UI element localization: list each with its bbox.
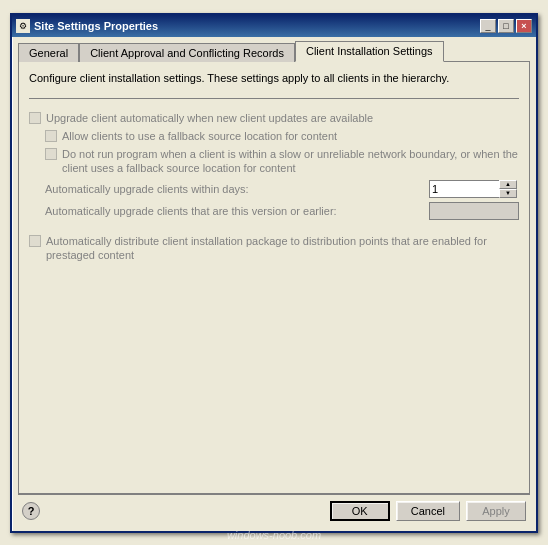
auto-distribute-label: Automatically distribute client installa… (46, 234, 519, 263)
description-text: Configure client installation settings. … (29, 72, 519, 84)
spinner-buttons: ▲ ▼ (499, 180, 517, 198)
title-bar: ⚙ Site Settings Properties _ □ × (12, 15, 536, 37)
maximize-button[interactable]: □ (498, 19, 514, 33)
ok-button[interactable]: OK (330, 501, 390, 521)
upgrade-days-label: Automatically upgrade clients within day… (45, 183, 429, 195)
title-bar-buttons: _ □ × (480, 19, 532, 33)
fallback-source-checkbox[interactable] (45, 130, 57, 142)
auto-distribute-checkbox[interactable] (29, 235, 41, 247)
main-section: Upgrade client automatically when new cl… (29, 111, 519, 224)
upgrade-auto-row: Upgrade client automatically when new cl… (29, 111, 519, 125)
tab-content: Configure client installation settings. … (18, 61, 530, 494)
slow-network-row: Do not run program when a client is with… (45, 147, 519, 176)
upgrade-auto-checkbox[interactable] (29, 112, 41, 124)
tabs-row: General Client Approval and Conflicting … (18, 43, 530, 62)
fallback-source-label: Allow clients to use a fallback source l… (62, 129, 337, 143)
upgrade-days-row: Automatically upgrade clients within day… (45, 180, 519, 198)
window-icon: ⚙ (16, 19, 30, 33)
spinner-up-button[interactable]: ▲ (499, 180, 517, 189)
tab-client-approval[interactable]: Client Approval and Conflicting Records (79, 43, 295, 62)
upgrade-days-input[interactable] (429, 180, 499, 198)
close-button[interactable]: × (516, 19, 532, 33)
slow-network-checkbox[interactable] (45, 148, 57, 160)
spinner-down-button[interactable]: ▼ (499, 189, 517, 198)
title-bar-left: ⚙ Site Settings Properties (16, 19, 158, 33)
upgrade-version-row: Automatically upgrade clients that are t… (45, 202, 519, 220)
main-window: ⚙ Site Settings Properties _ □ × General… (10, 13, 538, 533)
footer-buttons: OK Cancel Apply (330, 501, 526, 521)
divider (29, 98, 519, 99)
upgrade-version-label: Automatically upgrade clients that are t… (45, 205, 429, 217)
upgrade-days-spinner: ▲ ▼ (429, 180, 519, 198)
minimize-button[interactable]: _ (480, 19, 496, 33)
cancel-button[interactable]: Cancel (396, 501, 460, 521)
auto-distribute-row: Automatically distribute client installa… (29, 234, 519, 263)
upgrade-version-input[interactable] (429, 202, 519, 220)
window-title: Site Settings Properties (34, 20, 158, 32)
upgrade-auto-label: Upgrade client automatically when new cl… (46, 111, 373, 125)
tab-general[interactable]: General (18, 43, 79, 62)
tab-client-installation[interactable]: Client Installation Settings (295, 41, 444, 62)
bottom-section: Automatically distribute client installa… (29, 234, 519, 267)
slow-network-label: Do not run program when a client is with… (62, 147, 519, 176)
footer: ? OK Cancel Apply (18, 494, 530, 525)
fallback-source-row: Allow clients to use a fallback source l… (45, 129, 519, 143)
apply-button[interactable]: Apply (466, 501, 526, 521)
help-button[interactable]: ? (22, 502, 40, 520)
window-body: General Client Approval and Conflicting … (12, 37, 536, 531)
